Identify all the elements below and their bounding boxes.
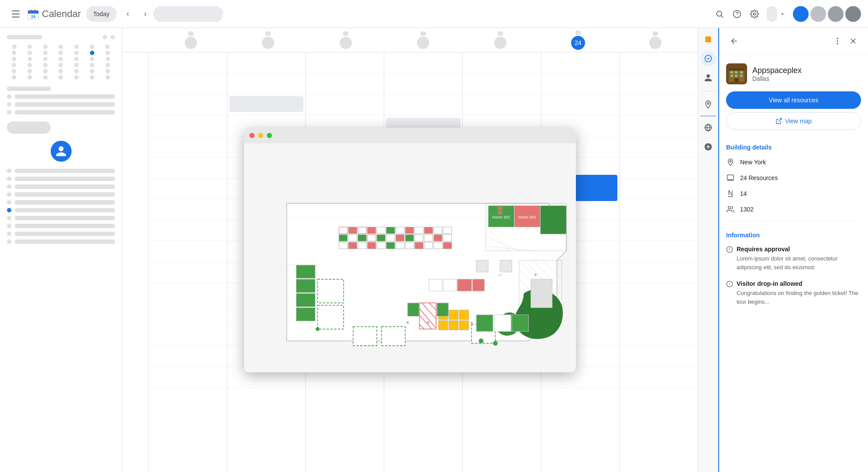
day-col-mon xyxy=(229,31,307,49)
view-map-button[interactable]: View map xyxy=(726,112,861,130)
resources-row: 24 Resources xyxy=(719,170,868,186)
close-window-button[interactable] xyxy=(249,133,255,138)
svg-point-122 xyxy=(497,205,503,211)
next-button[interactable]: › xyxy=(138,6,153,22)
maximize-window-button[interactable] xyxy=(267,133,272,138)
info-circle-icon xyxy=(726,246,733,253)
day-col-sat xyxy=(617,31,694,49)
app-logo: 24 Calendar xyxy=(26,7,81,21)
svg-rect-44 xyxy=(339,227,348,233)
svg-point-115 xyxy=(316,327,320,331)
svg-rect-47 xyxy=(367,227,376,233)
view-selector-button[interactable] xyxy=(767,6,777,22)
svg-rect-141 xyxy=(740,75,743,77)
avatar-user4[interactable] xyxy=(845,6,861,22)
svg-rect-57 xyxy=(348,235,357,241)
nav-globe-button[interactable] xyxy=(700,120,716,135)
nav-check-button[interactable] xyxy=(700,51,716,66)
svg-rect-76 xyxy=(415,242,424,249)
today-button[interactable]: Today xyxy=(86,6,116,22)
svg-point-131 xyxy=(837,40,838,42)
information-section-title: Information xyxy=(719,225,868,242)
svg-rect-61 xyxy=(386,235,395,241)
floor-plan-content: Room 303 Room 302 xyxy=(244,143,576,372)
help-button[interactable] xyxy=(728,5,746,23)
nav-map-pin-button[interactable] xyxy=(700,97,716,112)
map-pin-icon xyxy=(704,100,713,109)
svg-rect-121 xyxy=(531,279,552,308)
svg-rect-67 xyxy=(443,235,452,241)
svg-rect-69 xyxy=(348,242,357,249)
avatar-group xyxy=(793,6,861,22)
nav-add-button[interactable] xyxy=(700,139,716,155)
calendar-logo-icon: 24 xyxy=(26,7,40,21)
view-all-resources-button[interactable]: View all resources xyxy=(726,91,861,109)
grid-col-sun[interactable] xyxy=(148,52,227,472)
prev-button[interactable]: ‹ xyxy=(120,6,136,22)
approval-icon-container xyxy=(726,246,733,255)
check-circle-icon xyxy=(704,54,713,63)
day-col-fri[interactable]: 24 xyxy=(539,31,617,50)
date-display[interactable] xyxy=(153,6,223,22)
close-panel-button[interactable] xyxy=(845,33,861,49)
location-text: New York xyxy=(740,159,766,166)
right-panel-main: Appspaceplex Dallas View all resources V… xyxy=(719,28,868,472)
svg-rect-62 xyxy=(396,235,404,241)
calendar-header: 24 xyxy=(122,28,698,52)
svg-rect-55 xyxy=(443,227,452,233)
time-labels xyxy=(122,52,148,472)
svg-rect-68 xyxy=(339,242,348,249)
resources-icon xyxy=(726,174,735,182)
svg-rect-51 xyxy=(405,227,414,233)
visitor-icon-container xyxy=(726,281,733,289)
avatar-user2[interactable] xyxy=(810,6,826,22)
person-icon xyxy=(55,145,67,157)
svg-rect-42 xyxy=(443,279,456,291)
building-name-label: Appspaceplex xyxy=(752,66,802,75)
floor-plan-modal[interactable]: Room 303 Room 302 xyxy=(244,128,576,372)
settings-button[interactable] xyxy=(746,5,763,23)
svg-text:↔: ↔ xyxy=(535,217,541,224)
building-details-section-title: Building details xyxy=(719,137,868,154)
grid-col-sat[interactable] xyxy=(619,52,698,472)
svg-rect-46 xyxy=(358,227,367,233)
svg-text:↔: ↔ xyxy=(497,271,503,278)
right-panel-nav xyxy=(698,28,719,472)
building-info: Appspaceplex Dallas xyxy=(752,66,802,82)
svg-rect-56 xyxy=(339,235,348,241)
svg-point-130 xyxy=(837,38,838,39)
view-map-label: View map xyxy=(785,118,812,125)
info-circle-icon-2 xyxy=(726,281,733,288)
menu-button[interactable] xyxy=(7,5,24,23)
svg-rect-88 xyxy=(459,310,469,319)
svg-rect-135 xyxy=(729,69,744,70)
back-button[interactable] xyxy=(726,33,742,49)
building-icon xyxy=(726,63,747,84)
building-city-label: Dallas xyxy=(752,75,802,82)
svg-rect-64 xyxy=(415,235,424,241)
avatar-user3[interactable] xyxy=(828,6,844,22)
svg-rect-60 xyxy=(377,235,386,241)
building-thumbnail xyxy=(726,63,747,84)
svg-rect-48 xyxy=(377,227,386,233)
svg-rect-79 xyxy=(443,242,452,249)
svg-line-143 xyxy=(778,118,782,121)
minimize-window-button[interactable] xyxy=(258,133,263,138)
svg-rect-83 xyxy=(296,308,315,321)
add-icon xyxy=(704,142,713,151)
more-options-button[interactable] xyxy=(830,33,845,49)
svg-text:Room 302: Room 302 xyxy=(492,215,510,219)
nav-person-button[interactable] xyxy=(700,70,716,86)
visitor-body: Congratulations on finding the golden ti… xyxy=(737,289,861,306)
svg-point-132 xyxy=(837,43,838,44)
svg-rect-81 xyxy=(296,279,315,292)
svg-rect-145 xyxy=(727,175,734,180)
nav-notification-button[interactable] xyxy=(700,31,716,47)
avatar-user1[interactable] xyxy=(793,6,809,22)
search-button[interactable] xyxy=(711,5,728,23)
svg-rect-89 xyxy=(438,320,448,330)
svg-rect-84 xyxy=(317,279,344,303)
svg-rect-113 xyxy=(476,260,488,272)
floors-row: 14 xyxy=(719,186,868,201)
svg-rect-112 xyxy=(512,315,528,331)
